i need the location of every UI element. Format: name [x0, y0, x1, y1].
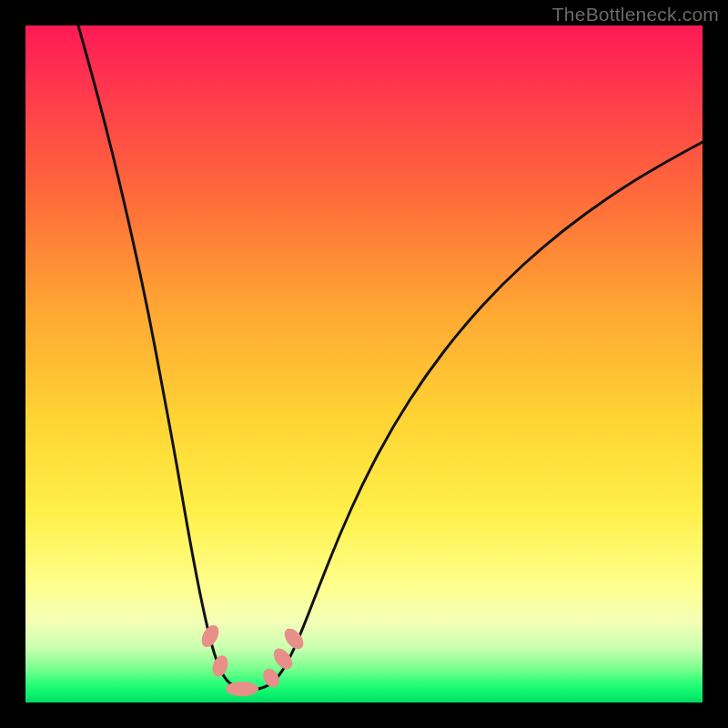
- curve-layer: [25, 25, 703, 703]
- plot-area: [25, 25, 703, 703]
- bottleneck-curve: [78, 25, 703, 690]
- valley-marker: [198, 622, 222, 650]
- watermark-text: TheBottleneck.com: [552, 4, 719, 25]
- valley-marker: [209, 653, 230, 679]
- outer-frame: TheBottleneck.com: [0, 0, 728, 728]
- valley-marker: [226, 682, 258, 696]
- valley-markers: [198, 622, 308, 696]
